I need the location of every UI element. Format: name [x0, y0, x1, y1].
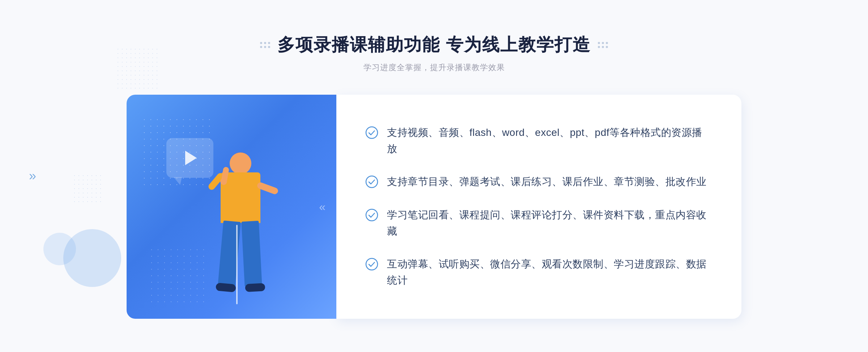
- header-section: 多项录播课辅助功能 专为线上教学打造 学习进度全掌握，提升录播课教学效果: [260, 33, 608, 73]
- person-foot-left: [216, 283, 236, 292]
- dot: [260, 42, 262, 44]
- person-head: [230, 153, 251, 174]
- person-line-accent: [236, 225, 238, 304]
- header-dots-left: [260, 42, 270, 48]
- dot: [606, 46, 608, 48]
- feature-item-3: 学习笔记回看、课程提问、课程评论打分、课件资料下载，重点内容收藏: [365, 203, 712, 243]
- check-icon-3: [365, 209, 378, 222]
- feature-item-4: 互动弹幕、试听购买、微信分享、观看次数限制、学习进度跟踪、数据统计: [365, 253, 712, 292]
- feature-item-2: 支持章节目录、弹题考试、课后练习、课后作业、章节测验、批改作业: [365, 170, 712, 194]
- page-subtitle: 学习进度全掌握，提升录播课教学效果: [260, 62, 608, 73]
- dot: [268, 46, 270, 48]
- check-icon-1: [365, 126, 378, 139]
- header-title-wrapper: 多项录播课辅助功能 专为线上教学打造: [260, 33, 608, 56]
- features-panel: 支持视频、音频、flash、word、excel、ppt、pdf等各种格式的资源…: [336, 95, 741, 319]
- dot: [602, 42, 604, 44]
- feature-text-4: 互动弹幕、试听购买、微信分享、观看次数限制、学习进度跟踪、数据统计: [387, 256, 712, 289]
- page-container: » 多项录播课辅助功能 专为线上教学打造: [0, 0, 868, 352]
- feature-item-1: 支持视频、音频、flash、word、excel、ppt、pdf等各种格式的资源…: [365, 121, 712, 161]
- illus-chevron-right: «: [319, 200, 326, 214]
- person-leg-right: [241, 221, 262, 287]
- feature-text-3: 学习笔记回看、课程提问、课程评论打分、课件资料下载，重点内容收藏: [387, 207, 712, 240]
- dot: [606, 42, 608, 44]
- feature-text-1: 支持视频、音频、flash、word、excel、ppt、pdf等各种格式的资源…: [387, 125, 712, 157]
- dot: [598, 46, 600, 48]
- svg-point-2: [366, 209, 378, 221]
- person-illustration: [177, 153, 286, 319]
- svg-point-1: [366, 176, 378, 188]
- illustration-panel: «: [127, 95, 336, 319]
- header-dots-right: [598, 42, 608, 48]
- main-content: « 支持视频、音频、flash、word、excel、ppt、pdf等各种格式的…: [127, 95, 741, 319]
- dot: [268, 42, 270, 44]
- circle-decoration-small: [43, 233, 76, 265]
- person-foot-right: [245, 283, 265, 292]
- svg-point-3: [366, 258, 378, 270]
- dots-decoration-top-left: [116, 47, 159, 90]
- dots-decoration-mid-left: [72, 173, 101, 202]
- check-icon-2: [365, 175, 378, 188]
- page-title: 多项录播课辅助功能 专为线上教学打造: [277, 33, 590, 56]
- check-icon-4: [365, 258, 378, 271]
- person-legs: [221, 221, 260, 286]
- dot: [264, 42, 266, 44]
- feature-text-2: 支持章节目录、弹题考试、课后练习、课后作业、章节测验、批改作业: [387, 174, 707, 190]
- dot: [260, 46, 262, 48]
- dot: [602, 46, 604, 48]
- svg-point-0: [366, 127, 378, 138]
- dot: [264, 46, 266, 48]
- dot: [598, 42, 600, 44]
- arrow-left-decoration: »: [29, 168, 36, 184]
